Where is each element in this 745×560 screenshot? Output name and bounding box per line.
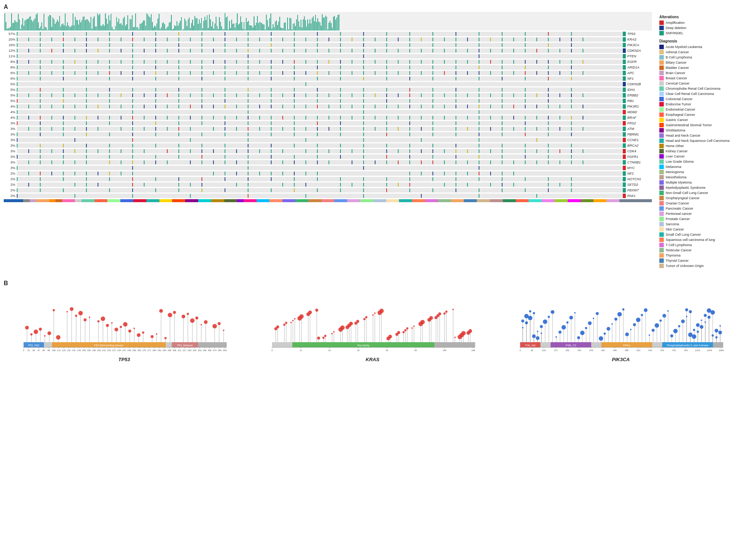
svg-point-202	[331, 333, 333, 334]
diagnosis-label: Meningioma	[666, 170, 684, 174]
svg-text:1060: 1060	[719, 349, 724, 351]
gene-row: 3%MYC	[4, 165, 652, 171]
svg-point-355	[562, 325, 566, 330]
svg-point-421	[686, 316, 688, 317]
svg-point-15	[83, 318, 86, 321]
gene-row: 2%NOTCH1	[4, 176, 652, 182]
svg-point-77	[101, 316, 105, 321]
svg-text:320: 320	[188, 349, 192, 351]
svg-point-371	[593, 318, 595, 319]
svg-point-317	[693, 329, 695, 331]
diagnosis-color-swatch	[659, 196, 664, 200]
gene-pct: 4%	[4, 105, 17, 108]
diagnosis-color-swatch	[659, 227, 664, 232]
gene-row: 57%TP53	[4, 31, 652, 36]
svg-text:Phosphatidylinositol 3- and 4-: Phosphatidylinositol 3- and 4-kinase	[667, 344, 708, 347]
gene-track	[17, 54, 626, 58]
gene-name: NF2	[626, 172, 652, 175]
diagnosis-label: Brain Cancer	[666, 71, 685, 75]
diagnosis-color-swatch	[659, 175, 664, 179]
svg-point-81	[70, 307, 73, 311]
svg-point-49	[120, 326, 122, 328]
gene-pct: 2%	[4, 188, 17, 192]
diagnosis-label: Peritoneal cancer	[666, 212, 692, 216]
diagnosis-label: Thymoma	[666, 254, 681, 257]
svg-point-280	[349, 322, 353, 325]
svg-text:270: 270	[142, 349, 146, 351]
svg-point-9	[30, 333, 32, 335]
svg-point-415	[673, 329, 678, 333]
svg-point-405	[655, 323, 659, 328]
gene-pct: 5%	[4, 93, 17, 97]
svg-text:190: 190	[92, 349, 96, 351]
diagnosis-label: Squamous cell carcinoma of lung	[666, 238, 715, 242]
svg-text:156: 156	[82, 349, 86, 351]
svg-point-43	[66, 311, 68, 312]
svg-point-377	[604, 332, 606, 335]
gene-row: 4%MDM2	[4, 109, 652, 115]
svg-text:P53_tetramer: P53_tetramer	[177, 344, 193, 347]
gene-row: 11%PTEN	[4, 54, 652, 59]
diagnosis-legend-item: Myelodysplastic Syndrome	[659, 185, 741, 190]
svg-point-401	[649, 334, 650, 336]
gene-pct: 3%	[4, 149, 17, 153]
gene-row: 2%FBXW7	[4, 188, 652, 193]
gene-name: PBRM1	[626, 133, 652, 136]
diagnosis-legend-item: Biliary Cancer	[659, 60, 741, 65]
svg-point-254	[276, 325, 279, 328]
svg-text:0: 0	[520, 349, 521, 351]
diagnosis-legend-item: Oropharyngeal Cancer	[659, 196, 741, 200]
svg-text:234: 234	[117, 349, 121, 351]
lollipop-panel: P53_TADP53 DNA-binding domainP53_tetrame…	[4, 288, 245, 362]
svg-point-83	[156, 333, 157, 335]
svg-text:Ras family: Ras family	[357, 344, 370, 347]
gene-row: 4%PIK3R1	[4, 104, 652, 109]
svg-point-57	[56, 335, 60, 340]
diagnosis-color-swatch	[659, 71, 664, 75]
diagnosis-label: Esophageal Cancer	[666, 113, 695, 117]
svg-point-359	[570, 316, 573, 319]
diagnosis-color-swatch	[659, 60, 664, 65]
gene-row: 2%NF2	[4, 171, 652, 176]
svg-point-85	[39, 328, 42, 331]
gene-track	[17, 143, 626, 148]
svg-text:1043: 1043	[707, 349, 712, 351]
svg-point-379	[607, 327, 611, 331]
legend-label: Deep deletion	[666, 26, 687, 30]
gene-track	[17, 171, 626, 176]
svg-point-441	[522, 327, 524, 328]
svg-point-447	[533, 312, 535, 314]
gene-pct: 57%	[4, 32, 17, 36]
diagnosis-legend-title: Diagnosis	[659, 39, 741, 43]
diagnosis-label: Acute Myeloid Leukemia	[666, 45, 702, 49]
svg-text:36: 36	[32, 349, 35, 351]
diagnosis-color-swatch	[659, 45, 664, 49]
diagnosis-color-swatch	[659, 191, 664, 195]
svg-point-47	[34, 330, 38, 334]
svg-text:284: 284	[152, 349, 156, 351]
chart-area: 57%TP5320%KRAS16%PIK3CA12%CDKN2A11%PTEN8…	[4, 12, 741, 269]
svg-text:340: 340	[203, 349, 207, 351]
gene-row: 8%EGFR	[4, 59, 652, 64]
svg-point-87	[123, 322, 127, 327]
diagnosis-label: Head and Neck Cancer	[666, 134, 701, 137]
svg-point-39	[97, 320, 99, 322]
svg-point-208	[363, 318, 365, 320]
gene-name: IDH1	[626, 88, 652, 92]
gene-track	[17, 155, 626, 159]
diagnosis-label: Prostate Cancer	[666, 217, 690, 221]
diagnosis-legend-item: Glioblastoma	[659, 128, 741, 133]
gene-track	[17, 127, 626, 131]
gene-row: 12%CDKN2A	[4, 48, 652, 53]
gene-pct: 3%	[4, 121, 17, 125]
gene-name: ERBB2	[626, 93, 652, 97]
svg-text:PIKKc: PIKKc	[623, 344, 631, 347]
gene-name: CDKN2A	[626, 49, 652, 52]
diagnosis-color-swatch	[659, 180, 664, 185]
gene-row: 3%BRCA2	[4, 143, 652, 148]
diagnosis-color-swatch	[659, 165, 664, 169]
svg-point-272	[374, 312, 375, 314]
diagnosis-label: Gastric Cancer	[666, 118, 688, 122]
gene-row: 2%PAK1	[4, 193, 652, 198]
gene-name: BRAF	[626, 116, 652, 120]
